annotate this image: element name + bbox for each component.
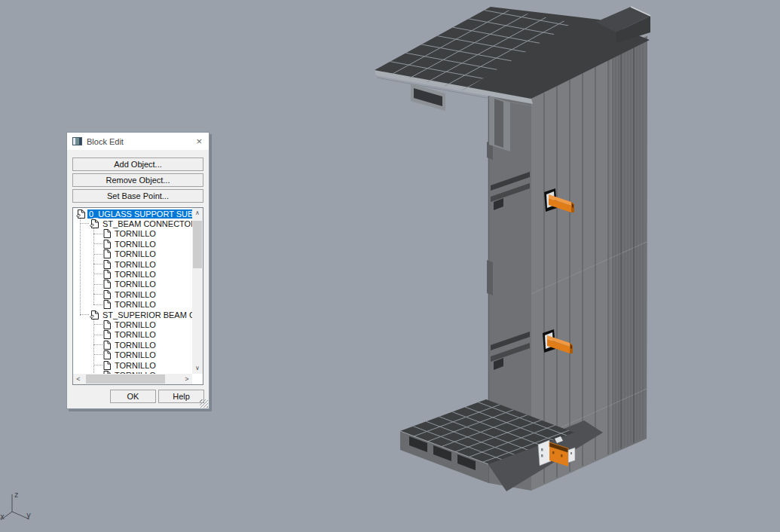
document-icon — [103, 361, 111, 370]
tree-guide — [93, 243, 102, 244]
tree-guide — [93, 335, 102, 335]
scroll-right-icon[interactable]: > — [182, 374, 192, 384]
document-icon — [103, 240, 111, 249]
block-tree: 0_UGLASS SUPPORT SUBSTRUCST_BEAM CONNECT… — [72, 207, 203, 385]
tree-guide — [93, 324, 102, 325]
horizontal-scrollbar[interactable]: < > — [73, 374, 192, 384]
tree-item[interactable]: ST_BEAM CONNECTOR_2 — [73, 219, 192, 228]
block-edit-dialog: Block Edit × Add Object... Remove Object… — [66, 132, 210, 409]
tree-guide — [93, 365, 102, 365]
app-canvas: { "dialog": { "title": "Block Edit", "cl… — [0, 0, 780, 532]
scroll-down-icon[interactable]: ∨ — [192, 365, 203, 371]
tree-item-label: TORNILLO — [113, 249, 158, 258]
document-icon — [103, 330, 111, 339]
resize-grip[interactable] — [200, 399, 208, 408]
tree-item-label: TORNILLO — [113, 240, 158, 249]
tree-item-label: ST_SUPERIOR BEAM CONNE — [101, 310, 192, 320]
tree-item-label: TORNILLO — [113, 300, 158, 309]
tree-guide — [93, 344, 102, 345]
axis-label-x: x — [0, 512, 5, 521]
horizontal-scroll-thumb[interactable] — [86, 375, 165, 384]
tree-item-label: TORNILLO — [113, 341, 158, 350]
tree-item-label: TORNILLO — [113, 280, 158, 289]
tree-item[interactable]: ST_SUPERIOR BEAM CONNE — [73, 310, 192, 320]
block-edit-icon — [72, 137, 82, 145]
axis-label-z: z — [14, 491, 18, 499]
tree-guide — [80, 314, 89, 315]
tree-guide — [93, 234, 102, 234]
tree-item-label: TORNILLO — [113, 229, 158, 238]
document-icon — [103, 290, 111, 299]
tree-item-label: TORNILLO — [113, 330, 158, 339]
tree-item[interactable]: TORNILLO — [73, 350, 192, 359]
document-icon — [103, 350, 111, 359]
document-icon — [103, 229, 111, 238]
tree-item[interactable]: TORNILLO — [73, 340, 192, 350]
tree-item[interactable]: TORNILLO — [73, 330, 192, 340]
dialog-title: Block Edit — [87, 137, 194, 146]
block-icon — [90, 219, 99, 228]
tree-rows: 0_UGLASS SUPPORT SUBSTRUCST_BEAM CONNECT… — [73, 209, 192, 374]
tree-guide — [93, 304, 102, 305]
block-icon — [90, 310, 99, 320]
tree-item[interactable]: 0_UGLASS SUPPORT SUBSTRUC — [73, 209, 192, 219]
tree-item-label: 0_UGLASS SUPPORT SUBSTRUC — [87, 209, 192, 219]
document-icon — [103, 280, 111, 289]
close-icon[interactable]: × — [194, 136, 203, 146]
vertical-scroll-thumb[interactable] — [193, 221, 202, 268]
help-button[interactable]: Help — [158, 390, 204, 403]
axis-label-y: y — [26, 511, 31, 519]
vertical-scrollbar[interactable]: ∧ ∨ — [192, 208, 203, 374]
set-base-point-button[interactable]: Set Base Point... — [72, 189, 203, 203]
tree-item-label: TORNILLO — [113, 350, 158, 359]
tree-item[interactable]: TORNILLO — [73, 289, 192, 299]
add-object-button[interactable]: Add Object... — [72, 157, 203, 171]
tree-guide — [80, 223, 89, 224]
tree-item[interactable]: TORNILLO — [73, 320, 192, 329]
tree-item-label: TORNILLO — [113, 260, 158, 269]
document-icon — [103, 260, 111, 269]
tree-item[interactable]: TORNILLO — [73, 280, 192, 289]
tree-item-label: TORNILLO — [113, 361, 158, 370]
tree-guide — [93, 264, 102, 264]
scroll-up-icon[interactable]: ∧ — [192, 210, 203, 216]
tree-guide — [93, 274, 102, 274]
tree-item[interactable]: TORNILLO — [73, 269, 192, 279]
tree-item-label: TORNILLO — [113, 290, 158, 299]
document-icon — [103, 300, 111, 309]
tree-item[interactable]: TORNILLO — [73, 360, 192, 370]
document-icon — [103, 341, 111, 350]
tree-item[interactable]: TORNILLO — [73, 239, 192, 249]
remove-object-button[interactable]: Remove Object... — [72, 173, 203, 187]
document-icon — [103, 320, 111, 329]
dialog-titlebar[interactable]: Block Edit × — [67, 133, 209, 150]
tree-guide — [93, 254, 102, 255]
scroll-left-icon[interactable]: < — [73, 374, 84, 384]
tree-item[interactable]: TORNILLO — [73, 229, 192, 239]
tree-guide — [93, 284, 102, 285]
tree-guide — [93, 354, 102, 355]
document-icon — [103, 249, 111, 258]
tree-item-label: TORNILLO — [113, 320, 158, 329]
document-icon — [103, 270, 111, 279]
ok-button[interactable]: OK — [110, 390, 156, 403]
tree-item[interactable]: TORNILLO — [73, 249, 192, 259]
block-icon — [76, 209, 85, 219]
tree-guide — [93, 294, 102, 295]
tree-item[interactable]: TORNILLO — [73, 300, 192, 310]
tree-item-label: ST_BEAM CONNECTOR_2 — [101, 219, 192, 228]
tree-item[interactable]: TORNILLO — [73, 259, 192, 269]
tree-item-label: TORNILLO — [113, 270, 158, 279]
